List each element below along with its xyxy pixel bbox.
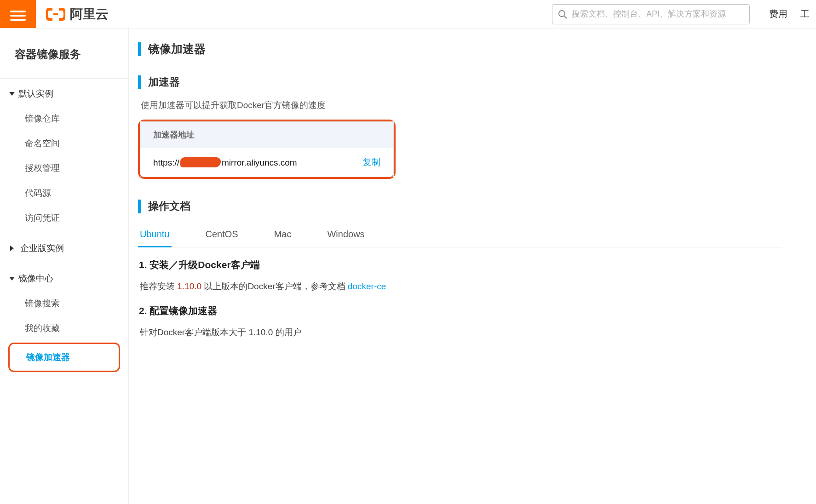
tab-windows[interactable]: Windows	[325, 223, 366, 247]
accel-desc: 使用加速器可以提升获取Docker官方镜像的速度	[141, 99, 816, 111]
step1-text: 推荐安装 1.10.0 以上版本的Docker客户端，参考文档 docker-c…	[140, 281, 816, 292]
step2-text: 针对Docker客户端版本大于 1.10.0 的用户	[140, 326, 816, 338]
title-accent-bar	[138, 200, 141, 213]
brand[interactable]: 阿里云	[36, 0, 119, 28]
svg-rect-0	[53, 13, 58, 15]
sidebar-group-header-default[interactable]: 默认实例	[0, 81, 128, 106]
chevron-down-icon	[9, 277, 15, 281]
tab-mac[interactable]: Mac	[272, 223, 293, 247]
sidebar-item-image-repo[interactable]: 镜像仓库	[0, 106, 128, 131]
step1-title: 1. 安装／升级Docker客户端	[139, 258, 816, 271]
sidebar-item-image-accel[interactable]: 镜像加速器	[10, 345, 119, 370]
sidebar-group-label: 企业版实例	[20, 242, 64, 254]
tab-centos[interactable]: CentOS	[204, 223, 240, 247]
sidebar-group-enterprise: 企业版实例	[0, 233, 128, 263]
sidebar-active-highlight: 镜像加速器	[8, 343, 120, 372]
sidebar-item-my-fav[interactable]: 我的收藏	[0, 316, 128, 341]
search-box[interactable]	[552, 4, 750, 24]
section-doc-title-row: 操作文档	[138, 199, 816, 213]
sidebar: 容器镜像服务 默认实例 镜像仓库 命名空间 授权管理 代码源 访问凭证 企业版实…	[0, 29, 129, 504]
sidebar-group-header-enterprise[interactable]: 企业版实例	[0, 236, 128, 261]
svg-line-2	[564, 16, 567, 18]
section-doc-title: 操作文档	[148, 199, 190, 213]
sidebar-item-access-cred[interactable]: 访问凭证	[0, 206, 128, 230]
accel-url-prefix: https://	[153, 158, 179, 167]
redacted-mark-icon	[180, 157, 221, 167]
hamburger-icon	[10, 8, 26, 20]
docker-ce-link[interactable]: docker-ce	[348, 281, 386, 291]
accel-address-url: https://mirror.aliyuncs.com	[153, 157, 297, 168]
section-accel-title-row: 加速器	[138, 75, 816, 89]
sidebar-group-default-instance: 默认实例 镜像仓库 命名空间 授权管理 代码源 访问凭证	[0, 79, 128, 233]
step1-text-mid: 以上版本的Docker客户端，参考文档	[201, 281, 348, 291]
chevron-right-icon	[10, 246, 17, 251]
sidebar-group-header-image-center[interactable]: 镜像中心	[0, 266, 128, 291]
tab-ubuntu[interactable]: Ubuntu	[138, 223, 172, 247]
svg-point-1	[559, 11, 565, 17]
sidebar-item-namespace[interactable]: 命名空间	[0, 131, 128, 156]
sidebar-item-auth-manage[interactable]: 授权管理	[0, 156, 128, 181]
step1-text-before: 推荐安装	[140, 281, 177, 291]
accel-address-table: 加速器地址 https://mirror.aliyuncs.com 复制	[140, 121, 394, 177]
accel-address-highlight: 加速器地址 https://mirror.aliyuncs.com 复制	[138, 120, 396, 179]
title-accent-bar	[138, 42, 141, 56]
doc-tabs: Ubuntu CentOS Mac Windows	[138, 223, 782, 247]
step2-title: 2. 配置镜像加速器	[139, 304, 816, 317]
search-input[interactable]	[572, 9, 744, 19]
sidebar-group-label: 镜像中心	[18, 273, 53, 285]
main-content: 镜像加速器 加速器 使用加速器可以提升获取Docker官方镜像的速度 加速器地址…	[129, 29, 816, 504]
brand-logo-icon	[46, 7, 65, 21]
sidebar-title: 容器镜像服务	[0, 42, 128, 78]
sidebar-item-code-source[interactable]: 代码源	[0, 181, 128, 206]
sidebar-group-image-center: 镜像中心 镜像搜索 我的收藏 镜像加速器	[0, 263, 128, 377]
menu-button[interactable]	[0, 0, 36, 28]
nav-work-partial[interactable]: 工	[794, 8, 816, 20]
accel-address-header: 加速器地址	[140, 122, 393, 148]
step1-version: 1.10.0	[177, 281, 201, 291]
page-title-row: 镜像加速器	[138, 41, 816, 57]
search-icon	[558, 10, 567, 19]
accel-address-row: https://mirror.aliyuncs.com 复制	[140, 148, 393, 177]
title-accent-bar	[138, 75, 141, 89]
section-accel-title: 加速器	[148, 75, 180, 89]
accel-url-suffix: mirror.aliyuncs.com	[222, 158, 297, 167]
chevron-down-icon	[9, 92, 15, 96]
top-nav: 阿里云 费用 工	[0, 0, 816, 29]
nav-cost[interactable]: 费用	[763, 8, 794, 20]
brand-name: 阿里云	[70, 6, 109, 23]
sidebar-group-label: 默认实例	[18, 88, 53, 100]
page-title: 镜像加速器	[148, 41, 206, 57]
copy-button[interactable]: 复制	[363, 156, 380, 168]
sidebar-item-image-search[interactable]: 镜像搜索	[0, 291, 128, 316]
